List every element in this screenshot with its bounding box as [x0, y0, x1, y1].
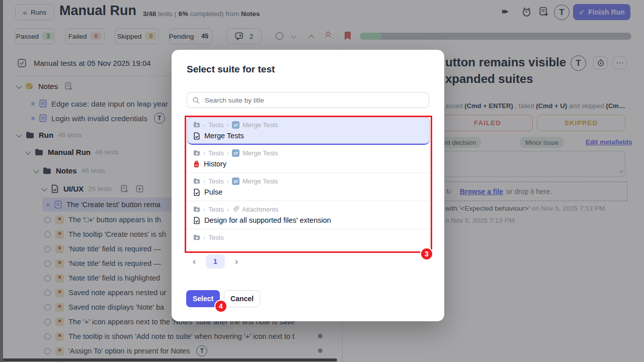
backpack-icon	[193, 160, 200, 168]
merge-icon: ⇄	[232, 177, 239, 185]
select-suite-modal: Select suite for test › Tests › ⇄ Merge …	[172, 50, 444, 321]
search-icon	[192, 97, 200, 104]
search-input[interactable]	[204, 96, 424, 105]
next-page-chevron[interactable]: ›	[232, 256, 241, 267]
paperclip-icon	[232, 206, 239, 213]
cancel-button[interactable]: Cancel	[224, 290, 260, 307]
suite-breadcrumb: › Tests › ⇄ Merge Tests	[193, 120, 424, 129]
annotation-step-badge: 3	[420, 247, 433, 260]
suite-option-title: Merge Tests	[193, 132, 424, 140]
suite-breadcrumb: › Tests	[193, 233, 424, 242]
suite-list: › Tests › ⇄ Merge Tests Merge Tests › Te…	[187, 116, 430, 250]
merge-icon: ⇄	[232, 121, 239, 129]
root-folder-icon	[193, 150, 200, 156]
suite-breadcrumb: › Tests › ⇄ Merge Tests	[193, 148, 424, 157]
suite-breadcrumb: › Tests › ⇄ Merge Tests	[193, 176, 424, 186]
doc-check-icon	[193, 132, 200, 140]
suite-option-title: Pulse	[193, 188, 424, 196]
app-window: « Runs Manual Run 3/48 tests ( 6% comple…	[0, 0, 644, 362]
pagination: ‹ 1 ›	[190, 254, 241, 268]
modal-title: Select suite for test	[187, 64, 275, 75]
suite-option[interactable]: › Tests	[187, 229, 430, 250]
prev-page-chevron[interactable]: ‹	[190, 256, 199, 267]
suite-breadcrumb: › Tests › Attachments	[193, 205, 424, 214]
annotation-step-badge: 4	[214, 300, 227, 313]
root-folder-icon	[193, 122, 200, 128]
suite-option[interactable]: › Tests › ⇄ Merge Tests Pulse	[187, 173, 430, 201]
merge-icon: ⇄	[232, 149, 239, 157]
page-number-current[interactable]: 1	[206, 254, 225, 268]
suite-option[interactable]: › Tests › ⇄ Merge Tests History	[187, 145, 430, 173]
suite-option-title: History	[193, 160, 424, 168]
root-folder-icon	[193, 234, 200, 240]
suite-option-selected[interactable]: › Tests › ⇄ Merge Tests Merge Tests	[187, 117, 430, 145]
doc-check-icon	[193, 189, 200, 196]
root-folder-icon	[193, 206, 200, 212]
doc-check-icon	[193, 217, 200, 224]
suite-option[interactable]: › Tests › Attachments Design for all sup…	[187, 201, 430, 229]
root-folder-icon	[193, 178, 200, 184]
suite-option-title: Design for all supported files' extensio…	[193, 216, 424, 224]
suite-search-field	[187, 92, 429, 108]
